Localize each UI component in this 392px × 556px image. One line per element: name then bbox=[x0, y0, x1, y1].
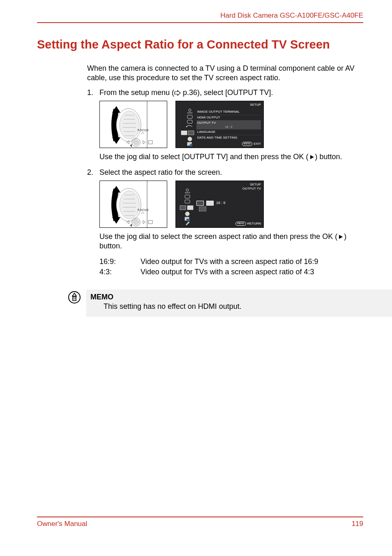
focus-label-2: FOCUS bbox=[138, 208, 149, 212]
wrench-icon bbox=[187, 141, 193, 146]
svg-rect-50 bbox=[185, 200, 190, 203]
svg-point-40 bbox=[132, 218, 140, 226]
return-label: RETURN bbox=[247, 222, 261, 226]
ratio-16-9-value: Video output for TVs with a screen aspec… bbox=[141, 257, 318, 266]
svg-point-22 bbox=[186, 126, 187, 127]
exit-label: EXIT bbox=[254, 142, 261, 146]
screen1-title: SETUP bbox=[250, 103, 261, 107]
menu-item-image-output: IMAGE OUTPUT TERMINAL bbox=[196, 109, 261, 115]
menu-item-output-tv: OUTPUT TV 16 : 9 bbox=[196, 120, 261, 130]
svg-rect-56 bbox=[199, 206, 206, 211]
step-2-number: 2. bbox=[87, 168, 99, 177]
memo-body: This setting has no effect on HDMI outpu… bbox=[104, 302, 359, 311]
svg-point-42 bbox=[135, 221, 137, 223]
svg-rect-52 bbox=[187, 206, 193, 210]
svg-rect-45 bbox=[148, 220, 152, 224]
svg-rect-23 bbox=[181, 131, 187, 135]
step-1-text: From the setup menu ( p.36), select [OUT… bbox=[99, 88, 273, 97]
aspect-chip-1 bbox=[196, 201, 204, 206]
svg-text:QUICK: QUICK bbox=[187, 112, 193, 114]
figure-jog-dial-2: FOCUS bbox=[99, 181, 167, 228]
figure-setup-screen-2: SETUP OUTPUT TV QUICK 16 : 9 bbox=[175, 181, 264, 228]
svg-rect-49 bbox=[185, 195, 190, 198]
svg-point-18 bbox=[189, 109, 191, 111]
wrench-icon-2 bbox=[185, 221, 191, 225]
play-triangle-icon-2 bbox=[337, 234, 344, 240]
page-number: 119 bbox=[352, 520, 363, 528]
focus-label: FOCUS bbox=[138, 128, 149, 132]
svg-point-25 bbox=[188, 137, 192, 141]
footer-left: Owner's Manual bbox=[37, 520, 87, 528]
menu-item-date-time: DATE AND TIME SETTING bbox=[196, 135, 261, 140]
header-product: Hard Disk Camera GSC-A100FE/GSC-A40FE bbox=[37, 12, 363, 22]
intro-text: When the camera is connected to a TV usi… bbox=[87, 64, 363, 83]
svg-point-53 bbox=[185, 212, 189, 216]
svg-marker-57 bbox=[339, 235, 343, 239]
aspect-value: 16 : 9 bbox=[216, 201, 226, 206]
svg-point-41 bbox=[134, 220, 138, 225]
svg-marker-17 bbox=[130, 144, 132, 147]
ratio-4-3-value: Video output for TVs with a screen aspec… bbox=[141, 267, 314, 277]
aspect-chip-2 bbox=[206, 201, 214, 206]
svg-marker-46 bbox=[130, 224, 132, 227]
memo-title: MEMO bbox=[90, 293, 359, 301]
svg-rect-21 bbox=[187, 120, 192, 123]
svg-marker-15 bbox=[143, 141, 145, 144]
aspect-chip-3-icon bbox=[199, 206, 206, 211]
svg-marker-62 bbox=[72, 293, 76, 296]
figure-setup-screen-1: SETUP QUICK IMAGE OUTPUT TERMINAL bbox=[175, 101, 264, 148]
svg-rect-20 bbox=[187, 115, 192, 118]
menu-pill: MENU bbox=[242, 142, 253, 146]
svg-rect-59 bbox=[73, 297, 76, 301]
page-title: Setting the Aspect Ratio for a Connected… bbox=[37, 38, 363, 51]
svg-point-12 bbox=[134, 140, 138, 145]
step-2-after: Use the jog dial to select the screen as… bbox=[99, 232, 363, 251]
menu-item-language: LANGUAGE bbox=[196, 130, 261, 135]
svg-marker-44 bbox=[143, 220, 145, 224]
arrow-right-outline-icon bbox=[174, 90, 181, 96]
screen2-title: SETUP bbox=[250, 183, 261, 187]
header-rule bbox=[37, 22, 363, 23]
svg-rect-16 bbox=[148, 141, 152, 144]
screen2-subtitle: OUTPUT TV bbox=[242, 187, 261, 191]
step-1-after: Use the jog dial to select [OUTPUT TV] a… bbox=[99, 152, 363, 162]
svg-rect-51 bbox=[180, 206, 186, 210]
figure-jog-dial-1: FOCUS bbox=[99, 101, 167, 148]
memo-icon bbox=[68, 291, 81, 303]
menu-item-hdmi-output: HDMI OUTPUT bbox=[196, 115, 261, 120]
ratio-4-3-key: 4:3: bbox=[99, 267, 141, 277]
svg-text:QUICK: QUICK bbox=[185, 192, 190, 194]
svg-point-13 bbox=[135, 141, 137, 144]
ratio-16-9-key: 16:9: bbox=[99, 257, 141, 266]
play-triangle-icon bbox=[309, 154, 315, 160]
svg-marker-28 bbox=[310, 155, 314, 159]
svg-point-47 bbox=[186, 189, 189, 191]
step-2-text: Select the aspect ratio for the screen. bbox=[99, 168, 222, 177]
footer-rule bbox=[37, 517, 363, 517]
step-1-number: 1. bbox=[87, 88, 99, 97]
svg-point-11 bbox=[132, 138, 140, 146]
menu-pill-2: MENU bbox=[235, 222, 246, 226]
svg-rect-24 bbox=[188, 131, 194, 135]
